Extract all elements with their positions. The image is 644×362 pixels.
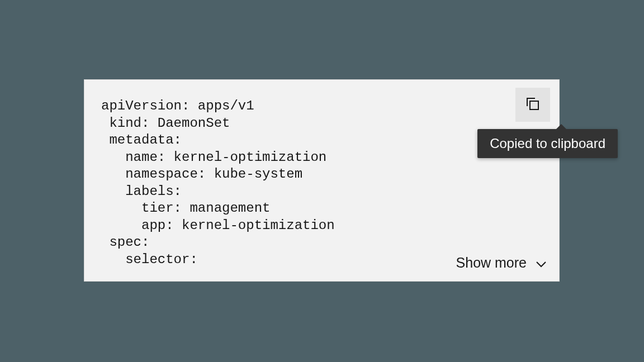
copy-button[interactable] — [515, 88, 550, 122]
show-more-button[interactable]: Show more — [456, 255, 547, 271]
copy-icon — [525, 97, 540, 113]
code-content: apiVersion: apps/v1 kind: DaemonSet meta… — [101, 98, 335, 268]
tooltip-text: Copied to clipboard — [490, 136, 605, 151]
code-snippet-panel: apiVersion: apps/v1 kind: DaemonSet meta… — [84, 79, 560, 282]
chevron-down-icon — [536, 255, 547, 271]
show-more-label: Show more — [456, 255, 527, 271]
copied-tooltip: Copied to clipboard — [477, 129, 618, 158]
svg-rect-0 — [530, 101, 538, 109]
